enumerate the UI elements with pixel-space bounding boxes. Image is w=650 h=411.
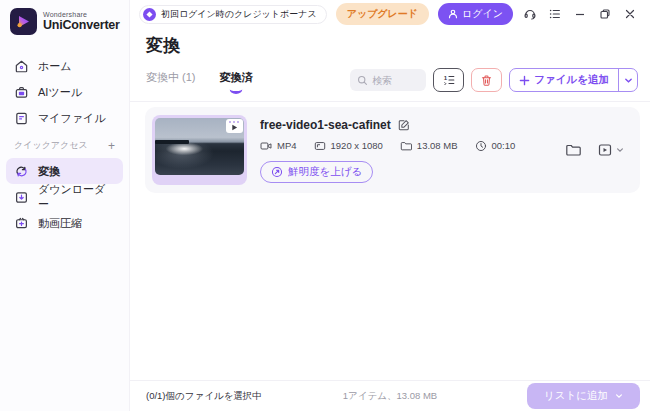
file-info: free-video1-sea-cafinet MP4 bbox=[260, 118, 565, 183]
quick-access-label: クイックアクセス bbox=[14, 139, 88, 152]
tab-converting[interactable]: 変換中 (1) bbox=[146, 70, 196, 91]
quick-access-add-icon[interactable]: + bbox=[108, 140, 115, 152]
add-files-split-button: ファイルを追加 bbox=[509, 68, 638, 92]
sidebar-nav: ホーム AIツール マイファイル クイックアクセス + bbox=[0, 45, 129, 236]
sidebar-item-label: AIツール bbox=[38, 85, 82, 100]
folder-small-icon bbox=[400, 140, 412, 152]
tabs: 変換中 (1) 変換済 bbox=[146, 70, 253, 91]
chevron-down-icon bbox=[616, 146, 624, 154]
person-icon bbox=[448, 9, 458, 19]
meta-size: 13.08 MB bbox=[400, 140, 458, 152]
login-label: ログイン bbox=[462, 7, 503, 21]
chevron-down-icon bbox=[615, 392, 623, 400]
credit-bonus-badge[interactable]: 初回ログイン時のクレジットボーナス bbox=[139, 5, 327, 24]
convert-icon bbox=[14, 164, 29, 179]
sidebar-item-my-files[interactable]: マイファイル bbox=[6, 105, 123, 131]
page-title: 変換 bbox=[146, 34, 650, 57]
gem-icon bbox=[143, 8, 156, 21]
search-icon bbox=[357, 75, 368, 86]
restore-window-icon[interactable] bbox=[597, 6, 613, 22]
sidebar-item-label: ホーム bbox=[38, 59, 72, 74]
add-files-label: ファイルを追加 bbox=[534, 73, 609, 87]
sidebar: Wondershare UniConverter ホーム AIツール bbox=[0, 0, 130, 411]
clock-icon bbox=[475, 140, 487, 152]
add-files-button[interactable]: ファイルを追加 bbox=[510, 69, 618, 91]
selection-status: (0/1)個のファイルを選択中 bbox=[146, 390, 262, 403]
add-to-list-label: リストに追加 bbox=[544, 389, 608, 403]
enhance-label: 鮮明度を上げる bbox=[288, 165, 362, 179]
svg-text:1: 1 bbox=[444, 74, 448, 81]
titlebar: 初回ログイン時のクレジットボーナス アップグレード ログイン bbox=[130, 0, 650, 28]
play-badge-icon[interactable] bbox=[226, 119, 243, 133]
search-box[interactable] bbox=[350, 69, 426, 91]
footer-bar: (0/1)個のファイルを選択中 1アイテム、13.08 MB リストに追加 bbox=[130, 380, 650, 411]
download-icon bbox=[14, 190, 29, 205]
enhance-clarity-button[interactable]: 鮮明度を上げる bbox=[260, 161, 373, 183]
sidebar-item-home[interactable]: ホーム bbox=[6, 53, 123, 79]
sidebar-item-video-compress[interactable]: 動画圧縮 bbox=[6, 210, 123, 236]
meta-resolution-value: 1920 x 1080 bbox=[331, 140, 383, 151]
sidebar-item-downloader[interactable]: ダウンローダー bbox=[6, 184, 123, 210]
meta-duration: 00:10 bbox=[475, 140, 516, 152]
delete-button[interactable] bbox=[471, 68, 502, 92]
sidebar-item-label: 変換 bbox=[38, 164, 60, 179]
support-headset-icon[interactable] bbox=[522, 6, 538, 22]
sidebar-item-convert[interactable]: 変換 bbox=[6, 158, 123, 184]
video-camera-icon bbox=[260, 140, 272, 152]
chevron-down-icon bbox=[624, 76, 633, 85]
numbered-list-icon: 1 bbox=[442, 73, 456, 87]
tab-converted[interactable]: 変換済 bbox=[220, 70, 253, 91]
task-list-menu-icon[interactable] bbox=[547, 6, 563, 22]
uniconverter-logo-icon bbox=[10, 8, 37, 35]
meta-duration-value: 00:10 bbox=[492, 140, 516, 151]
brand: Wondershare UniConverter bbox=[0, 0, 129, 45]
plus-icon bbox=[519, 75, 530, 86]
sidebar-item-label: マイファイル bbox=[38, 111, 106, 126]
quick-access-section: クイックアクセス + bbox=[0, 131, 129, 158]
toolbar: 変換中 (1) 変換済 1 bbox=[146, 68, 638, 92]
brand-product: UniConverter bbox=[43, 18, 120, 32]
home-icon bbox=[14, 59, 29, 74]
file-card[interactable]: free-video1-sea-cafinet MP4 bbox=[145, 107, 640, 193]
brand-text: Wondershare UniConverter bbox=[43, 11, 120, 32]
add-to-list-button[interactable]: リストに追加 bbox=[527, 383, 640, 409]
enhance-icon bbox=[271, 166, 283, 178]
rename-icon[interactable] bbox=[398, 119, 410, 131]
file-icon bbox=[14, 111, 29, 126]
toolbar-right: 1 ファイルを追加 bbox=[350, 68, 638, 92]
compress-icon bbox=[14, 216, 29, 231]
file-title-row: free-video1-sea-cafinet bbox=[260, 118, 565, 132]
login-button[interactable]: ログイン bbox=[438, 3, 513, 25]
brand-company: Wondershare bbox=[43, 11, 120, 18]
close-icon[interactable] bbox=[622, 6, 638, 22]
meta-resolution: 1920 x 1080 bbox=[314, 140, 383, 152]
sidebar-item-ai-tools[interactable]: AIツール bbox=[6, 79, 123, 105]
toolbar-divider bbox=[130, 101, 650, 102]
ai-toolbox-icon bbox=[14, 85, 29, 100]
minimize-icon[interactable] bbox=[572, 6, 588, 22]
credit-bonus-label: 初回ログイン時のクレジットボーナス bbox=[161, 8, 317, 21]
upgrade-button[interactable]: アップグレード bbox=[336, 3, 429, 25]
add-files-dropdown-button[interactable] bbox=[618, 69, 637, 91]
file-name: free-video1-sea-cafinet bbox=[260, 118, 391, 132]
sidebar-item-label: ダウンローダー bbox=[38, 182, 115, 212]
search-input[interactable] bbox=[372, 75, 418, 86]
video-thumbnail[interactable] bbox=[152, 115, 247, 185]
meta-format-value: MP4 bbox=[277, 140, 297, 151]
output-preview-icon bbox=[597, 142, 613, 158]
file-card-actions bbox=[565, 142, 624, 158]
trash-icon bbox=[480, 74, 493, 87]
main-area: 初回ログイン時のクレジットボーナス アップグレード ログイン bbox=[130, 0, 650, 411]
sort-order-button[interactable]: 1 bbox=[433, 68, 464, 92]
file-meta-row: MP4 1920 x 1080 13.08 MB bbox=[260, 140, 565, 152]
output-preview-control[interactable] bbox=[597, 142, 624, 158]
app-window: Wondershare UniConverter ホーム AIツール bbox=[0, 0, 650, 411]
sidebar-item-label: 動画圧縮 bbox=[38, 216, 82, 231]
meta-size-value: 13.08 MB bbox=[417, 140, 458, 151]
resolution-icon bbox=[314, 140, 326, 152]
open-folder-icon[interactable] bbox=[565, 142, 581, 158]
meta-format: MP4 bbox=[260, 140, 297, 152]
